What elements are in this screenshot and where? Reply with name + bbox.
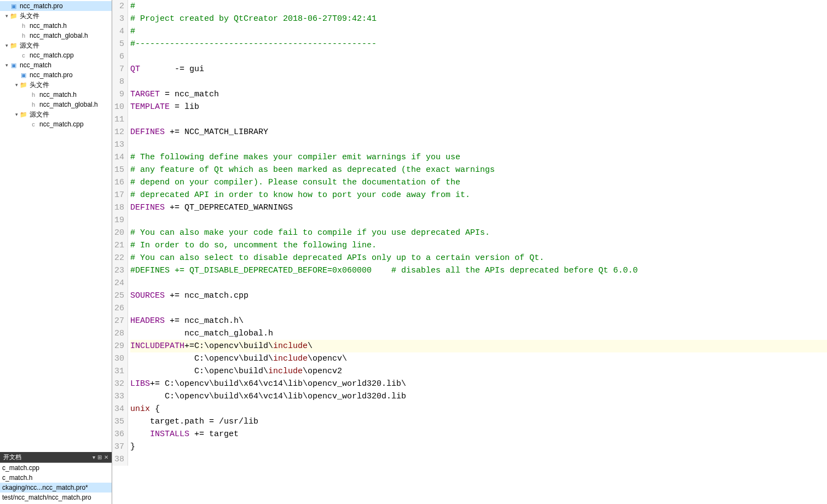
expand-arrow-icon: [23, 91, 30, 98]
code-line[interactable]: [130, 214, 827, 227]
tree-item[interactable]: hncc_match_global.h: [0, 100, 112, 109]
line-number: 14: [114, 151, 124, 164]
code-line[interactable]: C:\openc\build\include\opencv2: [130, 365, 827, 378]
code-line[interactable]: TEMPLATE = lib: [130, 101, 827, 113]
close-icon[interactable]: ✕: [104, 454, 108, 460]
code-content[interactable]: ## Project created by QtCreator 2018-06-…: [128, 0, 827, 466]
tree-item[interactable]: hncc_match.h: [0, 21, 112, 31]
code-line[interactable]: INCLUDEPATH+=C:\opencv\build\include\: [130, 340, 827, 352]
line-number: 20: [114, 227, 124, 239]
code-line[interactable]: INSTALLS += target: [130, 428, 827, 441]
code-line[interactable]: [130, 138, 827, 151]
expand-arrow-icon: [13, 32, 20, 39]
h-icon: h: [30, 91, 37, 99]
code-line[interactable]: C:\opencv\build\include\opencv\: [130, 352, 827, 365]
code-line[interactable]: DEFINES += QT_DEPRECATED_WARNINGS: [130, 201, 827, 214]
code-line[interactable]: [130, 50, 827, 63]
code-line[interactable]: # You can also make your code fail to co…: [130, 227, 827, 239]
code-line[interactable]: ncc_match_global.h: [130, 327, 827, 340]
line-number: 3: [114, 13, 124, 25]
tree-item[interactable]: ▾📁源文件: [0, 109, 112, 119]
code-line[interactable]: DEFINES += NCC_MATCH_LIBRARY: [130, 126, 827, 138]
code-line[interactable]: QT -= gui: [130, 63, 827, 76]
code-line[interactable]: # deprecated API in order to know how to…: [130, 189, 827, 201]
tree-item[interactable]: ▣ncc_match.pro: [0, 70, 112, 80]
code-line[interactable]: #: [130, 25, 827, 38]
code-line[interactable]: # Project created by QtCreator 2018-06-2…: [130, 13, 827, 25]
line-number: 30: [114, 352, 124, 365]
open-document[interactable]: c_match.cpp: [0, 463, 112, 473]
line-number: 16: [114, 176, 124, 189]
line-number: 27: [114, 315, 124, 327]
expand-arrow-icon[interactable]: ▾: [13, 111, 20, 118]
code-line[interactable]: [130, 277, 827, 289]
code-line[interactable]: # You can also select to disable depreca…: [130, 252, 827, 264]
tree-item[interactable]: ▾📁头文件: [0, 11, 112, 21]
code-line[interactable]: }: [130, 441, 827, 453]
tree-item-label: ncc_match_global.h: [30, 32, 88, 39]
open-document[interactable]: test/ncc_match/ncc_match.pro: [0, 493, 112, 502]
line-number: 7: [114, 63, 124, 76]
tree-item[interactable]: hncc_match_global.h: [0, 31, 112, 40]
expand-arrow-icon: [13, 72, 20, 78]
expand-arrow-icon[interactable]: ▾: [3, 42, 10, 49]
code-line[interactable]: unix {: [130, 403, 827, 415]
code-line[interactable]: #DEFINES += QT_DISABLE_DEPRECATED_BEFORE…: [130, 264, 827, 277]
tree-item[interactable]: cncc_match.cpp: [0, 50, 112, 60]
expand-arrow-icon: [3, 3, 10, 9]
folder-icon: 📁: [20, 81, 27, 89]
code-line[interactable]: LIBS+= C:\opencv\build\x64\vc14\lib\open…: [130, 378, 827, 390]
tree-item-label: ncc_match: [20, 61, 51, 69]
code-line[interactable]: #: [130, 0, 827, 13]
code-line[interactable]: # The following define makes your compil…: [130, 151, 827, 164]
code-line[interactable]: [130, 453, 827, 466]
split-icon[interactable]: ⊞: [97, 454, 102, 460]
code-line[interactable]: C:\opencv\build\x64\vc14\lib\opencv_worl…: [130, 390, 827, 403]
code-line[interactable]: SOURCES += ncc_match.cpp: [130, 289, 827, 302]
code-line[interactable]: # In order to do so, uncomment the follo…: [130, 239, 827, 252]
expand-arrow-icon[interactable]: ▾: [3, 62, 10, 68]
line-number-gutter: 2345678910111213141516171819202122232425…: [112, 0, 128, 466]
tree-item[interactable]: ▾📁源文件: [0, 40, 112, 50]
code-line[interactable]: # depend on your compiler). Please consu…: [130, 176, 827, 189]
expand-arrow-icon[interactable]: ▾: [13, 82, 20, 88]
code-line[interactable]: [130, 113, 827, 126]
tree-item-label: ncc_match.pro: [30, 71, 73, 79]
expand-arrow-icon: [23, 101, 30, 108]
line-number: 13: [114, 138, 124, 151]
line-number: 32: [114, 378, 124, 390]
line-number: 31: [114, 365, 124, 378]
code-line[interactable]: [130, 76, 827, 88]
code-line[interactable]: TARGET = ncc_match: [130, 88, 827, 101]
tree-item[interactable]: ▣ncc_match.pro: [0, 1, 112, 11]
code-line[interactable]: [130, 302, 827, 315]
line-number: 22: [114, 252, 124, 264]
open-document[interactable]: ckaging/ncc...ncc_match.pro*: [0, 483, 112, 493]
line-number: 34: [114, 403, 124, 415]
code-editor[interactable]: 2345678910111213141516171819202122232425…: [112, 0, 827, 504]
code-line[interactable]: target.path = /usr/lib: [130, 415, 827, 428]
tree-item-label: 头文件: [30, 80, 49, 90]
open-document[interactable]: c_match.h: [0, 473, 112, 483]
line-number: 4: [114, 25, 124, 38]
tree-item[interactable]: cncc_match.cpp: [0, 119, 112, 129]
tree-item[interactable]: hncc_match.h: [0, 90, 112, 100]
tree-item-label: ncc_match.cpp: [30, 51, 74, 59]
code-line[interactable]: # any feature of Qt which as been marked…: [130, 164, 827, 176]
line-number: 10: [114, 101, 124, 113]
tree-item[interactable]: ▾📁头文件: [0, 80, 112, 90]
h-icon: h: [20, 32, 27, 39]
expand-arrow-icon[interactable]: ▾: [3, 13, 10, 19]
tree-item-label: 源文件: [30, 110, 49, 119]
code-line[interactable]: HEADERS += ncc_match.h\: [130, 315, 827, 327]
pro-icon: ▣: [10, 2, 18, 10]
cpp-icon: c: [30, 120, 37, 128]
open-docs-header: 开文档 ▾ ⊞ ✕: [0, 452, 112, 462]
code-line[interactable]: #---------------------------------------…: [130, 38, 827, 50]
dropdown-icon[interactable]: ▾: [92, 454, 95, 460]
project-tree[interactable]: ▣ncc_match.pro▾📁头文件hncc_match.hhncc_matc…: [0, 0, 112, 452]
line-number: 9: [114, 88, 124, 101]
open-docs-list[interactable]: c_match.cppc_match.hckaging/ncc...ncc_ma…: [0, 462, 112, 504]
tree-item[interactable]: ▾▣ncc_match: [0, 60, 112, 70]
project-sidebar: ▣ncc_match.pro▾📁头文件hncc_match.hhncc_matc…: [0, 0, 112, 504]
